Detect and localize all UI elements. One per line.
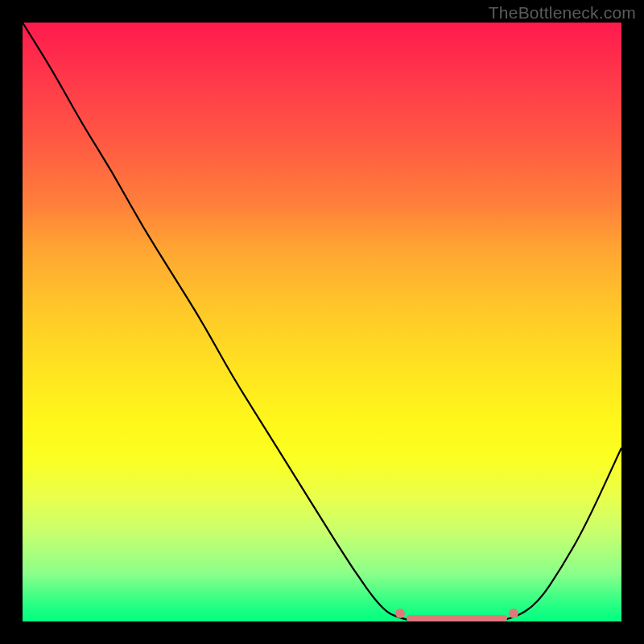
bottleneck-curve [23,23,621,621]
chart-plot-area [23,23,621,621]
watermark-text: TheBottleneck.com [489,3,636,23]
